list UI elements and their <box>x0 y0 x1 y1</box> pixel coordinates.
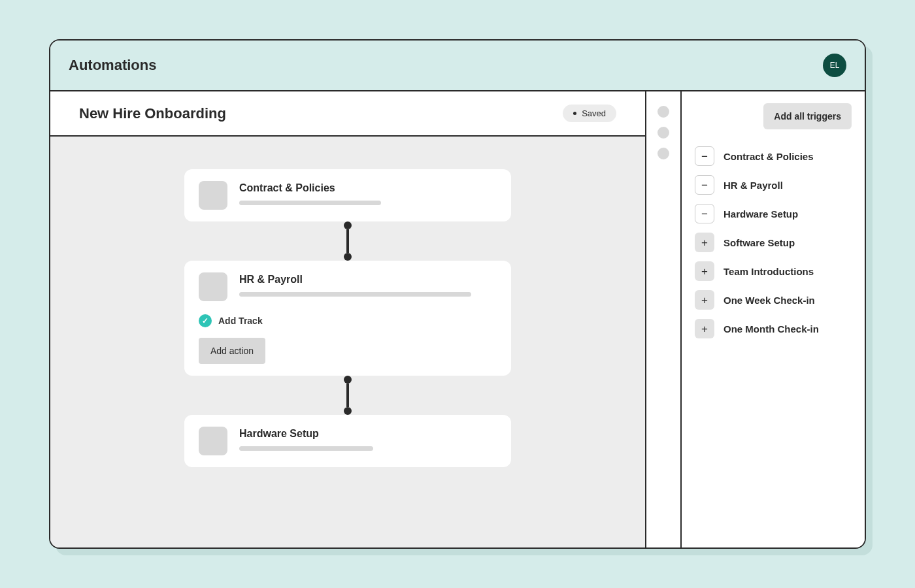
trigger-list: − Contract & Policies − HR & Payroll − H… <box>695 146 852 338</box>
triggers-panel: Add all triggers − Contract & Policies −… <box>682 91 865 547</box>
trigger-label: HR & Payroll <box>724 180 783 191</box>
minus-icon[interactable]: − <box>695 175 714 195</box>
trigger-label: One Week Check-in <box>724 295 815 306</box>
minus-icon[interactable]: − <box>695 146 714 166</box>
status-badge: Saved <box>563 105 616 122</box>
plus-icon[interactable]: + <box>695 233 714 252</box>
trigger-item-team-introductions[interactable]: + Team Introductions <box>695 261 852 281</box>
avatar[interactable]: EL <box>823 54 846 77</box>
option-dot-icon[interactable] <box>657 148 669 159</box>
plus-icon[interactable]: + <box>695 319 714 338</box>
automation-title: New Hire Onboarding <box>79 105 226 122</box>
trigger-label: Team Introductions <box>724 266 814 277</box>
trigger-item-software-setup[interactable]: + Software Setup <box>695 233 852 252</box>
trigger-item-hardware-setup[interactable]: − Hardware Setup <box>695 204 852 223</box>
trigger-item-one-week-checkin[interactable]: + One Week Check-in <box>695 290 852 310</box>
node-thumbnail-icon <box>199 181 227 210</box>
trigger-item-one-month-checkin[interactable]: + One Month Check-in <box>695 319 852 338</box>
node-title: HR & Payroll <box>239 274 497 286</box>
trigger-label: Hardware Setup <box>724 208 798 220</box>
page-title: Automations <box>69 57 156 74</box>
placeholder-line <box>239 446 373 451</box>
checkmark-icon: ✓ <box>199 314 212 327</box>
trigger-item-contract-policies[interactable]: − Contract & Policies <box>695 146 852 166</box>
add-action-button[interactable]: Add action <box>199 338 265 364</box>
placeholder-line <box>239 201 381 205</box>
trigger-label: One Month Check-in <box>724 323 819 335</box>
automation-header: New Hire Onboarding Saved <box>50 91 645 137</box>
add-all-triggers-button[interactable]: Add all triggers <box>763 103 852 129</box>
trigger-item-hr-payroll[interactable]: − HR & Payroll <box>695 175 852 195</box>
flow-node[interactable]: HR & Payroll ✓ Add Track Add action <box>184 261 511 376</box>
trigger-label: Software Setup <box>724 237 795 248</box>
plus-icon[interactable]: + <box>695 261 714 281</box>
add-track-button[interactable]: ✓ Add Track <box>199 314 497 327</box>
flow-node[interactable]: Contract & Policies <box>184 169 511 221</box>
app-window: Automations EL New Hire Onboarding Saved <box>49 39 866 549</box>
status-badge-label: Saved <box>582 108 606 118</box>
node-title: Hardware Setup <box>239 428 497 440</box>
node-title: Contract & Policies <box>239 182 497 194</box>
flow-canvas[interactable]: Contract & Policies <box>50 137 645 547</box>
placeholder-line <box>239 292 471 297</box>
more-options-column <box>646 91 682 547</box>
option-dot-icon[interactable] <box>657 127 669 139</box>
trigger-label: Contract & Policies <box>724 151 814 162</box>
flow-connector <box>344 376 352 415</box>
header-bar: Automations EL <box>50 41 865 91</box>
option-dot-icon[interactable] <box>657 106 669 118</box>
node-thumbnail-icon <box>199 272 227 301</box>
add-track-label: Add Track <box>218 316 263 326</box>
flow-connector <box>344 221 352 261</box>
node-thumbnail-icon <box>199 427 227 455</box>
plus-icon[interactable]: + <box>695 290 714 310</box>
flow-node[interactable]: Hardware Setup <box>184 415 511 467</box>
minus-icon[interactable]: − <box>695 204 714 223</box>
